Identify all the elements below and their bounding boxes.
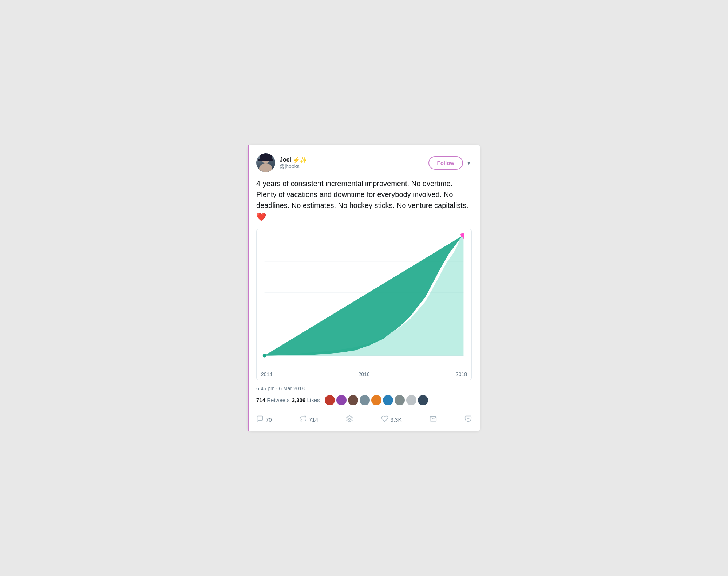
svg-point-5 [263, 354, 266, 358]
reply-button[interactable]: 70 [256, 415, 272, 424]
likers-avatars [325, 395, 428, 405]
user-handle: @jhooks [280, 163, 307, 169]
follow-button[interactable]: Follow [428, 156, 463, 170]
liker-avatar [371, 395, 381, 405]
tweet-card: Joel ⚡✨ @jhooks Follow ▾ 4-years of cons… [248, 145, 480, 431]
like-button[interactable]: 3.3K [381, 415, 402, 424]
tweet-timestamp: 6:45 pm · 6 Mar 2018 [256, 386, 472, 391]
liker-avatar [360, 395, 370, 405]
user-info-section: Joel ⚡✨ @jhooks [256, 153, 307, 172]
like-count: 3.3K [391, 417, 402, 423]
x-axis-labels: 2014 2016 2018 [261, 370, 467, 380]
x-label-2018: 2018 [456, 371, 467, 377]
liker-avatar [383, 395, 393, 405]
liker-avatar [336, 395, 347, 405]
x-label-2016: 2016 [358, 371, 369, 377]
mail-button[interactable] [430, 415, 437, 424]
avatar[interactable] [256, 153, 275, 172]
reply-icon [256, 415, 264, 424]
retweet-stats: 714 Retweets [256, 397, 290, 403]
liker-avatar [325, 395, 335, 405]
tweet-header: Joel ⚡✨ @jhooks Follow ▾ [256, 153, 472, 172]
pocket-button[interactable] [464, 415, 472, 424]
stack-icon [346, 415, 353, 424]
action-row: 70 714 [256, 414, 472, 424]
x-label-2014: 2014 [261, 371, 272, 377]
user-name: Joel ⚡✨ [280, 157, 307, 163]
mail-icon [430, 415, 437, 424]
user-details: Joel ⚡✨ @jhooks [280, 157, 307, 169]
likes-stats: 3,306 Likes [292, 397, 320, 403]
reply-count: 70 [266, 417, 272, 423]
more-options-button[interactable]: ▾ [466, 158, 472, 168]
growth-chart [261, 233, 467, 370]
heart-icon [381, 415, 388, 424]
retweet-icon [300, 415, 307, 424]
stack-button[interactable] [346, 415, 353, 424]
liker-avatar [406, 395, 416, 405]
liker-avatar [348, 395, 358, 405]
heart-emoji: ❤️ [256, 212, 266, 221]
chevron-down-icon: ▾ [467, 160, 470, 166]
pocket-icon [464, 415, 472, 424]
retweet-action-count: 714 [309, 417, 318, 423]
svg-marker-6 [347, 415, 353, 418]
retweet-button[interactable]: 714 [300, 415, 318, 424]
accent-border [248, 145, 249, 431]
header-actions: Follow ▾ [428, 156, 472, 170]
liker-avatar [395, 395, 405, 405]
chart-embed: 2014 2016 2018 [256, 229, 472, 380]
liker-avatar [418, 395, 428, 405]
engagement-row: 714 Retweets 3,306 Likes [256, 395, 472, 410]
tweet-body: 4-years of consistent incremental improv… [256, 178, 472, 223]
